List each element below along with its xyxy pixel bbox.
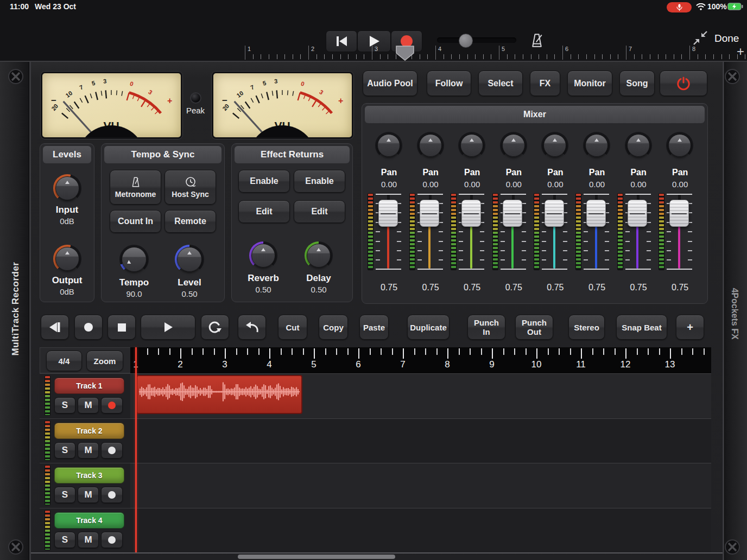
fader-handle[interactable]	[420, 200, 439, 227]
snap-beat-button[interactable]: Snap Beat	[616, 315, 667, 340]
fader-track[interactable]	[459, 194, 484, 270]
fader-handle[interactable]	[628, 200, 647, 227]
zoom-button[interactable]: Zoom	[86, 351, 123, 371]
ruler-minor-tick	[571, 54, 571, 59]
fader-handle[interactable]	[545, 200, 564, 227]
pan-knob[interactable]	[375, 132, 402, 159]
track-lane[interactable]	[130, 508, 711, 553]
done-button[interactable]: Done	[714, 33, 739, 44]
delay-edit-button[interactable]: Edit	[294, 200, 345, 223]
time-signature-button[interactable]: 4/4	[46, 351, 82, 371]
track-lane[interactable]	[130, 373, 711, 418]
song-button[interactable]: Song	[619, 71, 655, 96]
count-in-button[interactable]: Count In	[110, 210, 161, 233]
track-name-button[interactable]: Track 1	[54, 378, 124, 394]
metronome-volume-slider[interactable]	[437, 37, 516, 43]
pan-knob[interactable]	[666, 132, 693, 159]
copy-button[interactable]: Copy	[319, 315, 348, 340]
delay-enable-button[interactable]: Enable	[294, 170, 345, 193]
app-root: 11:00 Wed 23 Oct 100%	[0, 0, 747, 560]
loop-button[interactable]	[201, 315, 229, 340]
track-name-button[interactable]: Track 3	[54, 467, 124, 483]
input-knob[interactable]	[53, 174, 81, 202]
track-mute-button[interactable]: M	[78, 532, 99, 548]
rewind-button[interactable]	[41, 315, 69, 340]
undo-button[interactable]	[238, 315, 266, 340]
track-solo-button[interactable]: S	[54, 532, 75, 548]
power-button[interactable]	[660, 71, 707, 96]
track-mute-button[interactable]: M	[78, 397, 99, 413]
stereo-button[interactable]: Stereo	[568, 315, 605, 340]
knob-marker	[470, 138, 474, 142]
fader-track[interactable]	[667, 194, 692, 270]
cut-button[interactable]: Cut	[278, 315, 307, 340]
track-mute-button[interactable]: M	[78, 487, 99, 503]
timeline-beat-tick	[592, 348, 593, 355]
track-mute-button[interactable]: M	[78, 442, 99, 459]
track-name-button[interactable]: Track 4	[54, 512, 124, 529]
punch-out-button[interactable]: Punch Out	[515, 315, 553, 340]
track-arm-button[interactable]	[101, 487, 123, 503]
fader-track[interactable]	[417, 194, 443, 270]
reverb-knob[interactable]	[249, 241, 277, 270]
fader-track[interactable]	[584, 194, 609, 270]
track-name-button[interactable]: Track 2	[54, 423, 124, 439]
knob-pointer	[378, 135, 400, 156]
play-toolbar-button[interactable]	[141, 315, 195, 340]
fader-track[interactable]	[501, 194, 526, 270]
track-solo-button[interactable]: S	[54, 442, 75, 459]
metronome-button[interactable]: Metronome	[110, 170, 161, 205]
pan-knob[interactable]	[417, 132, 444, 159]
track-arm-button[interactable]	[101, 532, 123, 548]
timeline-bar-ruler[interactable]: 12345678910111213	[130, 347, 711, 373]
track-lane[interactable]	[130, 418, 711, 463]
pan-knob[interactable]	[541, 132, 568, 159]
click-level-knob[interactable]	[175, 245, 204, 274]
track-arm-button[interactable]	[101, 397, 123, 413]
add-track-button[interactable]: +	[676, 315, 704, 340]
fader-track[interactable]	[376, 194, 401, 270]
monitor-button[interactable]: Monitor	[567, 71, 612, 96]
audio-clip[interactable]	[136, 375, 302, 414]
tempo-knob[interactable]	[119, 245, 149, 274]
knob-marker	[65, 251, 69, 254]
record-arm-toolbar-button[interactable]	[74, 315, 103, 340]
fader-handle[interactable]	[378, 200, 398, 227]
duplicate-button[interactable]: Duplicate	[407, 315, 450, 340]
pan-knob[interactable]	[500, 132, 527, 159]
track-lane[interactable]	[130, 463, 711, 508]
reverb-enable-button[interactable]: Enable	[238, 170, 290, 193]
pan-knob[interactable]	[625, 132, 652, 159]
song-playhead-marker[interactable]	[396, 46, 414, 61]
fader-track[interactable]	[542, 194, 567, 270]
track-solo-button[interactable]: S	[54, 397, 75, 413]
song-position-ruler[interactable]: 12345678	[242, 46, 732, 60]
output-knob[interactable]	[53, 245, 81, 273]
fader-handle[interactable]	[669, 200, 689, 227]
track-arm-button[interactable]	[101, 442, 123, 459]
horizontal-scrollbar-thumb[interactable]	[238, 555, 395, 559]
screw-bottom-right	[724, 539, 740, 555]
follow-button[interactable]: Follow	[427, 71, 471, 96]
track-solo-button[interactable]: S	[54, 487, 75, 503]
reverb-edit-button[interactable]: Edit	[238, 200, 290, 223]
select-button[interactable]: Select	[478, 71, 523, 96]
pan-knob[interactable]	[583, 132, 610, 159]
host-sync-button[interactable]: Host Sync	[164, 170, 216, 205]
fx-button[interactable]: FX	[530, 71, 560, 96]
audio-pool-button[interactable]: Audio Pool	[363, 71, 417, 96]
fader-track[interactable]	[625, 194, 651, 270]
add-bars-button[interactable]: +	[734, 44, 747, 59]
fader-handle[interactable]	[503, 200, 522, 227]
delay-knob[interactable]	[305, 241, 333, 270]
microphone-in-use-indicator[interactable]	[667, 2, 692, 12]
punch-in-button[interactable]: Punch In	[467, 315, 505, 340]
exit-fullscreen-icon[interactable]	[693, 30, 708, 46]
paste-button[interactable]: Paste	[359, 315, 389, 340]
fader-handle[interactable]	[461, 200, 481, 227]
fader-handle[interactable]	[586, 200, 606, 227]
remote-button[interactable]: Remote	[164, 210, 216, 233]
stop-button[interactable]	[107, 315, 136, 340]
pan-knob[interactable]	[458, 132, 485, 159]
timeline-playhead[interactable]	[135, 347, 137, 552]
